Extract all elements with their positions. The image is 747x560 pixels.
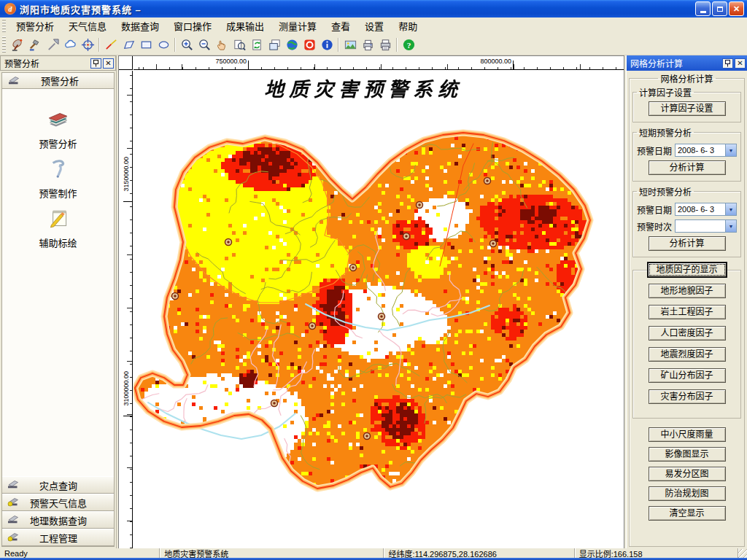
zoom-in-icon[interactable] (178, 36, 196, 53)
menu-grip[interactable] (2, 19, 6, 32)
dart-select-icon[interactable] (44, 36, 61, 53)
menu-item-0[interactable]: 预警分析 (9, 17, 61, 35)
toolbar-separator (98, 38, 100, 52)
draw-ellipse-icon[interactable] (155, 36, 172, 53)
grid-analysis-panel: 网格分析计算 ✕ 网格分析计算 计算因子设置 计算因子设置 短期预警分析 预警日… (626, 55, 747, 548)
svg-text:?: ? (406, 40, 411, 49)
menu-item-5[interactable]: 测量计算 (271, 17, 324, 35)
status-coordinates: 经纬度:114.296875,28.162686 (384, 548, 574, 558)
short-term-calculate-button[interactable]: 分析计算 (649, 160, 726, 175)
factor-button-4[interactable]: 矿山分布因子 (649, 368, 726, 383)
factor-button-0[interactable]: 地形地貌因子 (649, 284, 726, 298)
warning-date-combobox[interactable]: 2008- 6- 3 ▼ (675, 144, 737, 157)
menu-bar: 预警分析天气信息数据查询窗口操作成果输出测量计算查看设置帮助 (0, 18, 747, 34)
print-icon[interactable] (359, 36, 376, 53)
grid-panel-body: 网格分析计算 计算因子设置 计算因子设置 短期预警分析 预警日期 2008- 6… (627, 71, 747, 548)
close-panel-icon[interactable]: ✕ (735, 58, 746, 69)
left-panel-section-0[interactable]: 灾点查询 (2, 476, 114, 494)
left-panel: 预警分析 ✕ 预警分析 预警分析预警制作辅助标绘 灾点查询预警天气信息地理数据查… (0, 55, 117, 548)
copy-layers-icon[interactable] (266, 36, 283, 53)
chevron-down-icon[interactable]: ▼ (725, 220, 736, 232)
layer-button-3[interactable]: 防治规划图 (649, 486, 726, 501)
toolbar-grip[interactable] (2, 36, 6, 52)
short-time-calculate-button[interactable]: 分析计算 (649, 236, 726, 251)
toolbar: ? (0, 34, 747, 55)
ruler-left-label-1: 3150000.00 (123, 157, 130, 192)
close-panel-icon[interactable]: ✕ (103, 58, 114, 69)
menu-item-8[interactable]: 帮助 (391, 17, 425, 35)
print-setup-icon[interactable] (376, 36, 394, 53)
ruler-top-label-2: 800000.00 (469, 58, 511, 65)
short-term-group: 短期预警分析 预警日期 2008- 6- 3 ▼ 分析计算 (632, 126, 741, 182)
map-document: 750000.00 800000.00 3150000.00 3100000.0… (118, 55, 624, 549)
menu-item-6[interactable]: 查看 (324, 17, 357, 35)
left-panel-item-0[interactable]: 预警分析 (2, 106, 114, 156)
left-panel-section-3[interactable]: 工程管理 (2, 529, 114, 546)
pin-icon[interactable] (722, 58, 733, 69)
help-icon[interactable]: ? (400, 36, 417, 53)
status-bar: Ready 地质灾害预警系统 经纬度:114.296875,28.162686 … (0, 548, 747, 558)
grid-analysis-group-title: 网格分析计算 (658, 72, 715, 85)
layer-button-4[interactable]: 清空显示 (649, 506, 726, 521)
left-panel-header[interactable]: 预警分析 (2, 73, 114, 89)
layer-button-2[interactable]: 易发分区图 (649, 467, 726, 481)
pin-icon[interactable] (90, 58, 101, 69)
warning-date-combobox-2[interactable]: 2008- 6- 3 ▼ (675, 203, 737, 216)
menu-item-1[interactable]: 天气信息 (61, 17, 114, 35)
warning-period-label: 预警时次 (637, 220, 675, 233)
menu-item-7[interactable]: 设置 (357, 17, 391, 35)
zoom-page-icon[interactable] (231, 36, 248, 53)
left-panel-item-1[interactable]: 预警制作 (2, 156, 114, 206)
layer-button-1[interactable]: 影像图显示 (649, 447, 726, 462)
factor-settings-group: 计算因子设置 计算因子设置 (632, 86, 741, 122)
pan-hand-icon[interactable] (213, 36, 231, 53)
title-bar: d 浏阳市地质灾害预警系统 – ✕ (0, 0, 747, 18)
ruler-top: 750000.00 800000.00 (133, 56, 624, 70)
minimize-button[interactable] (695, 1, 711, 16)
warning-date-label: 预警日期 (637, 203, 675, 216)
geo-factor-display-button[interactable]: 地质因子的显示 (647, 262, 727, 278)
app-window: d 浏阳市地质灾害预警系统 – ✕ 预警分析天气信息数据查询窗口操作成果输出测量… (0, 0, 747, 560)
ruler-left-label-2: 3100000.00 (123, 371, 130, 406)
draw-line-icon[interactable] (102, 36, 120, 53)
left-panel-item-2[interactable]: 辅助标绘 (2, 206, 114, 255)
factor-button-2[interactable]: 人口密度因子 (649, 326, 726, 341)
refresh-page-icon[interactable] (248, 36, 266, 53)
layer-button-0[interactable]: 中小尺度雨量 (649, 427, 726, 442)
hammer-tool-icon[interactable] (26, 36, 44, 53)
stop-icon[interactable] (301, 36, 318, 53)
left-panel-section-2[interactable]: 地理数据查询 (2, 511, 114, 529)
left-panel-section-1[interactable]: 预警天气信息 (2, 494, 114, 511)
stapler-icon (8, 74, 20, 88)
factor-button-5[interactable]: 灾害分布因子 (649, 389, 726, 404)
factor-button-1[interactable]: 岩土工程因子 (649, 305, 726, 319)
draw-rectangle-icon[interactable] (137, 36, 155, 53)
factor-settings-button[interactable]: 计算因子设置 (649, 101, 726, 116)
globe-icon[interactable] (283, 36, 301, 53)
chevron-down-icon[interactable]: ▼ (725, 144, 736, 156)
factor-button-3[interactable]: 地震烈度因子 (649, 347, 726, 362)
tool-gray-icon (7, 513, 20, 526)
crosshair-icon[interactable] (79, 36, 96, 53)
cloud-icon[interactable] (61, 36, 79, 53)
menu-item-3[interactable]: 窗口操作 (166, 17, 219, 35)
pen-icon (45, 156, 71, 184)
menu-item-2[interactable]: 数据查询 (114, 17, 166, 35)
toolbar-separator (396, 38, 398, 52)
tool-yellow-icon (7, 531, 20, 544)
factor-buttons-group: 地形地貌因子岩土工程因子人口密度因子地震烈度因子矿山分布因子灾害分布因子 (632, 270, 741, 419)
restore-button[interactable] (712, 1, 727, 16)
map-image-icon[interactable] (341, 36, 359, 53)
resize-grip[interactable] (738, 549, 747, 558)
satellite-dish-icon[interactable] (9, 36, 26, 53)
left-panel-body: 预警分析 预警分析预警制作辅助标绘 灾点查询预警天气信息地理数据查询工程管理 (1, 72, 115, 547)
hazard-map-canvas[interactable] (133, 71, 624, 542)
toolbar-separator (174, 38, 176, 52)
chevron-down-icon[interactable]: ▼ (725, 203, 736, 215)
menu-item-4[interactable]: 成果输出 (219, 17, 271, 35)
draw-polygon-icon[interactable] (120, 36, 137, 53)
zoom-out-icon[interactable] (196, 36, 213, 53)
info-icon[interactable] (318, 36, 336, 53)
close-button[interactable]: ✕ (729, 1, 744, 16)
warning-period-combobox[interactable]: ▼ (675, 219, 737, 233)
